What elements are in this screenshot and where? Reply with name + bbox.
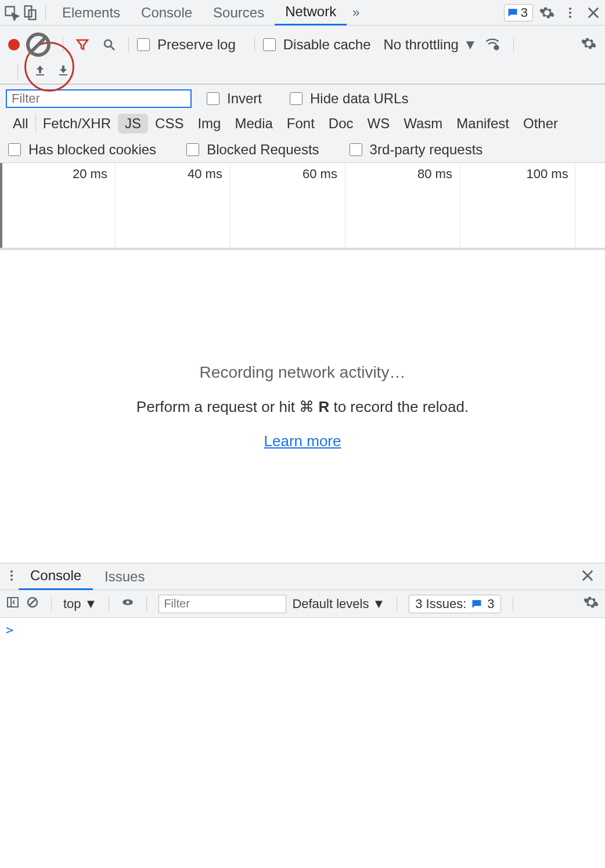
record-button[interactable] (8, 39, 20, 50)
type-filter-doc[interactable]: Doc (322, 114, 361, 133)
messages-indicator[interactable]: 3 (504, 4, 533, 21)
timeline-tick: 100 ms (527, 167, 568, 182)
timeline-tick: 40 ms (188, 167, 222, 182)
network-timeline[interactable]: 20 ms 40 ms 60 ms 80 ms 100 ms (0, 163, 605, 250)
learn-more-link[interactable]: Learn more (264, 432, 341, 450)
caret-down-icon: ▼ (463, 37, 477, 53)
drawer-menu-icon[interactable] (5, 569, 19, 585)
empty-title: Recording network activity… (200, 363, 406, 382)
console-context-select[interactable]: top ▼ (63, 596, 97, 612)
console-clear-icon[interactable] (26, 595, 39, 613)
console-toolbar: top ▼ Default levels ▼ 3 Issues: 3 (0, 590, 605, 618)
separator (45, 5, 46, 20)
type-filter-fetchxhr[interactable]: Fetch/XHR (36, 114, 118, 133)
console-levels-value: Default levels (292, 596, 369, 612)
blocked-requests-label: Blocked Requests (207, 142, 319, 158)
invert-checkbox[interactable]: Invert (204, 91, 262, 107)
console-prompt: > (6, 623, 13, 637)
export-har-icon[interactable] (56, 64, 70, 80)
type-filter-media[interactable]: Media (228, 114, 279, 133)
issues-count: 3 (487, 596, 494, 612)
drawer-tab-issues[interactable]: Issues (93, 563, 156, 590)
svg-point-11 (10, 570, 13, 573)
console-settings-icon[interactable] (583, 594, 599, 614)
console-filter-input[interactable] (159, 595, 286, 613)
has-blocked-cookies-label: Has blocked cookies (28, 142, 156, 158)
filter-funnel-icon[interactable] (74, 36, 91, 53)
svg-point-5 (569, 16, 571, 18)
tab-console[interactable]: Console (131, 0, 203, 26)
network-toolbar: Preserve log Disable cache No throttling… (0, 26, 605, 84)
network-empty-state: Recording network activity… Perform a re… (0, 250, 605, 563)
inspect-element-icon[interactable] (2, 3, 21, 22)
separator (17, 64, 18, 79)
network-settings-icon[interactable] (581, 35, 597, 54)
throttling-select[interactable]: No throttling ▼ (383, 37, 477, 53)
separator (128, 37, 129, 52)
search-icon[interactable] (100, 36, 118, 53)
type-filter-css[interactable]: CSS (148, 114, 190, 133)
timeline-tick: 60 ms (302, 167, 337, 182)
svg-point-4 (569, 12, 571, 14)
type-filter-font[interactable]: Font (280, 114, 322, 133)
console-levels-select[interactable]: Default levels ▼ (292, 596, 385, 612)
settings-gear-icon[interactable] (538, 3, 556, 22)
separator (146, 596, 147, 612)
svg-rect-9 (36, 74, 44, 75)
type-filter-js[interactable]: JS (118, 114, 148, 133)
type-filter-all[interactable]: All (6, 114, 36, 133)
drawer-close-icon[interactable] (575, 567, 600, 586)
console-issues-pill[interactable]: 3 Issues: 3 (409, 595, 500, 613)
preserve-log-checkbox[interactable]: Preserve log (135, 37, 236, 53)
filter-input[interactable] (6, 89, 192, 108)
hide-data-urls-label: Hide data URLs (310, 91, 408, 107)
svg-point-3 (569, 8, 571, 10)
svg-point-13 (10, 578, 13, 581)
svg-point-17 (127, 601, 129, 603)
throttling-value: No throttling (383, 37, 458, 53)
kebab-menu-icon[interactable] (561, 3, 579, 22)
svg-point-7 (105, 40, 111, 47)
type-filter-group: All Fetch/XHR JS CSS Img Media Font Doc … (6, 114, 599, 133)
type-filter-manifest[interactable]: Manifest (449, 114, 516, 133)
type-filter-img[interactable]: Img (190, 114, 228, 133)
type-filter-other[interactable]: Other (516, 114, 565, 133)
has-blocked-cookies-checkbox[interactable]: Has blocked cookies (6, 142, 156, 158)
type-filter-wasm[interactable]: Wasm (397, 114, 449, 133)
type-filter-ws[interactable]: WS (361, 114, 397, 133)
console-context-value: top (63, 596, 81, 612)
disable-cache-label: Disable cache (283, 37, 371, 53)
separator (397, 596, 397, 612)
tab-sources[interactable]: Sources (203, 0, 275, 26)
drawer-tab-console[interactable]: Console (19, 563, 93, 590)
drawer-tab-bar: Console Issues (0, 563, 605, 590)
network-filter-bar: Invert Hide data URLs All Fetch/XHR JS C… (0, 84, 605, 163)
separator (63, 37, 63, 52)
third-party-checkbox[interactable]: 3rd-party requests (347, 142, 483, 158)
tabs-overflow-icon[interactable]: » (347, 5, 365, 20)
svg-point-12 (10, 574, 13, 577)
timeline-tick: 20 ms (73, 167, 107, 182)
caret-down-icon: ▼ (372, 596, 385, 612)
invert-label: Invert (227, 91, 262, 107)
disable-cache-checkbox[interactable]: Disable cache (261, 37, 371, 53)
network-conditions-icon[interactable] (484, 35, 500, 54)
empty-hint: Perform a request or hit ⌘ R to record t… (136, 398, 469, 416)
separator (109, 596, 109, 612)
close-devtools-icon[interactable] (584, 3, 603, 22)
blocked-requests-checkbox[interactable]: Blocked Requests (184, 142, 319, 158)
third-party-label: 3rd-party requests (370, 142, 483, 158)
clear-button[interactable] (24, 31, 52, 59)
console-sidebar-toggle-icon[interactable] (6, 595, 20, 613)
devtools-tab-bar: Elements Console Sources Network » 3 (0, 0, 605, 26)
tab-elements[interactable]: Elements (52, 0, 131, 26)
tab-network[interactable]: Network (275, 0, 347, 26)
live-expression-icon[interactable] (121, 595, 135, 613)
separator (513, 596, 513, 612)
device-toggle-icon[interactable] (21, 3, 39, 22)
import-har-icon[interactable] (33, 64, 47, 80)
preserve-log-label: Preserve log (157, 37, 236, 53)
timeline-tick: 80 ms (417, 167, 452, 182)
hide-data-urls-checkbox[interactable]: Hide data URLs (287, 91, 408, 107)
console-body[interactable]: > (0, 618, 605, 642)
